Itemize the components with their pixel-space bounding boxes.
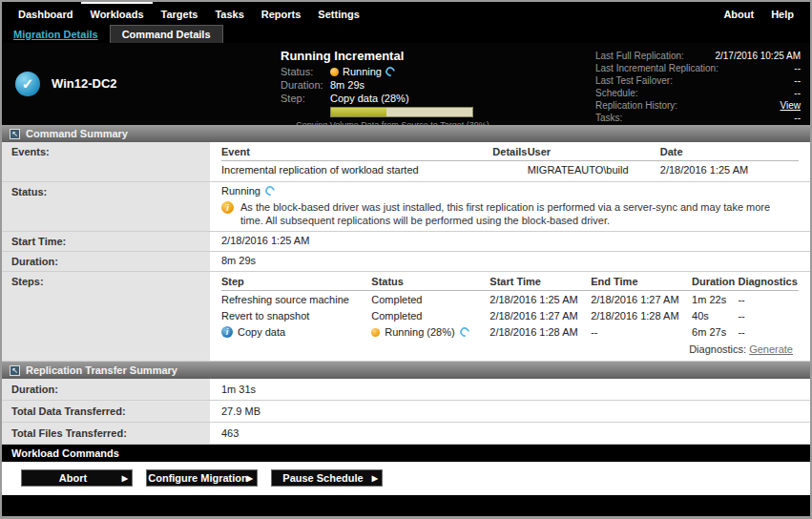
steps-col-status: Status (371, 275, 489, 291)
step-status: Running (28%) (385, 326, 454, 338)
workload-name: Win12-DC2 (52, 76, 117, 91)
steps-col-diagnostics: Diagnostics (738, 275, 799, 291)
status-running-icon (330, 68, 339, 76)
steps-table: Step Status Start Time End Time Duration… (221, 275, 799, 340)
start-time-row: Start Time: 2/18/2016 1:25 AM (2, 232, 810, 252)
configure-migration-button-label: Configure Migration (147, 472, 257, 484)
menu-arrow-icon: ▶ (372, 474, 378, 483)
workload-commands-title: Workload Commands (11, 447, 119, 459)
menu-arrow-icon: ▶ (247, 474, 253, 483)
info-icon: i (221, 326, 233, 338)
step-end: 2/18/2016 1:28 AM (591, 307, 692, 323)
summary-duration-label: Duration: (2, 252, 210, 271)
nav-help[interactable]: Help (762, 2, 802, 24)
total-files-label: Total Files Transferred: (2, 423, 210, 444)
status-running-icon (371, 328, 380, 337)
event-row: Incremental replication of workload star… (221, 161, 799, 178)
progress-fill (331, 108, 386, 116)
transfer-duration-row: Duration: 1m 31s (2, 379, 810, 401)
step-value: Copy data (28%) (330, 92, 409, 105)
step-diagnostics: -- (738, 323, 799, 340)
steps-label: Steps: (2, 272, 210, 361)
replication-history-view-link[interactable]: View (781, 99, 802, 112)
last-incremental-replication-label: Last Incremental Replication: (595, 62, 718, 74)
duration-row: Duration: 8m 29s (2, 252, 810, 272)
nav-workloads[interactable]: Workloads (81, 2, 152, 24)
step-name: Copy data (238, 326, 285, 338)
event-user: MIGRATEAUTO\build (528, 161, 660, 178)
driver-note: i As the block-based driver was just ins… (221, 200, 799, 227)
operation-title: Running Incremental (281, 49, 534, 63)
step-row: i Copy data Running (28%) 2/18/2016 1: (221, 323, 799, 340)
step-start: 2/18/2016 1:25 AM (489, 291, 591, 308)
step-diagnostics: -- (738, 307, 799, 323)
nav-reports[interactable]: Reports (253, 2, 310, 24)
schedule-label: Schedule: (595, 87, 637, 99)
step-start: 2/18/2016 1:27 AM (489, 307, 591, 323)
workload-ok-icon: ✓ (15, 72, 40, 96)
replication-info-panel: Last Full Replication: 2/17/2016 10:25 A… (595, 48, 801, 119)
command-summary-title: Command Summary (26, 128, 128, 139)
tab-migration-details[interactable]: Migration Details (13, 29, 98, 40)
total-data-label: Total Data Transferred: (2, 401, 210, 422)
nav-tasks[interactable]: Tasks (206, 2, 252, 24)
spinner-icon (263, 184, 277, 197)
top-nav-left: Dashboard Workloads Targets Tasks Report… (10, 2, 368, 24)
step-name: Refreshing source machine (221, 291, 371, 308)
transfer-summary-title: Replication Transfer Summary (26, 364, 177, 376)
step-end: 2/18/2016 1:27 AM (591, 291, 692, 308)
start-time-value: 2/18/2016 1:25 AM (210, 232, 810, 251)
last-incremental-replication-value: -- (794, 62, 801, 74)
spinner-icon (384, 65, 397, 78)
configure-migration-button[interactable]: Configure Migration ▶ (146, 469, 258, 487)
events-col-details: Details (492, 145, 527, 161)
events-row: Events: Event Details User Date Incremen… (2, 142, 810, 182)
tab-command-details[interactable]: Command Details (110, 25, 223, 43)
summary-status-value: Running (221, 185, 260, 197)
nav-settings[interactable]: Settings (309, 2, 367, 24)
replication-history-label: Replication History: (595, 99, 677, 112)
status-header: ✓ Win12-DC2 Running Incremental Status: … (2, 43, 810, 125)
event-name: Incremental replication of workload star… (221, 161, 492, 178)
steps-col-start: Start Time (489, 275, 591, 291)
collapse-section-icon[interactable]: ↖ (10, 365, 20, 376)
events-col-event: Event (221, 145, 492, 161)
status-label: Status: (281, 65, 330, 78)
step-end: -- (591, 323, 692, 340)
operation-summary: Running Incremental Status: Running Dura… (281, 48, 534, 119)
steps-col-step: Step (221, 275, 371, 291)
events-col-user: User (528, 145, 660, 161)
warning-info-icon: i (221, 201, 234, 214)
summary-duration-value: 8m 29s (210, 252, 810, 271)
command-summary-body: Events: Event Details User Date Incremen… (2, 142, 810, 362)
generate-diagnostics-link[interactable]: Generate (749, 343, 793, 355)
nav-targets[interactable]: Targets (153, 2, 207, 24)
nav-about[interactable]: About (715, 2, 762, 24)
steps-col-duration: Duration (692, 275, 738, 291)
step-row: Refreshing source machine Completed 2/18… (221, 291, 799, 308)
step-name: Revert to snapshot (221, 307, 371, 323)
events-label: Events: (2, 142, 210, 181)
last-test-failover-label: Last Test Failover: (595, 74, 673, 87)
step-status: Completed (371, 307, 489, 323)
step-start: 2/18/2016 1:28 AM (489, 323, 591, 340)
collapse-section-icon[interactable]: ↖ (10, 129, 20, 139)
status-value: Running (343, 65, 382, 78)
spinner-icon (458, 325, 471, 339)
step-duration: 6m 27s (692, 323, 738, 340)
total-data-row: Total Data Transferred: 27.9 MB (2, 401, 810, 423)
nav-dashboard[interactable]: Dashboard (10, 2, 81, 24)
step-diagnostics: -- (738, 291, 799, 308)
tab-bar: Migration Details Command Details (2, 24, 810, 43)
last-test-failover-value: -- (794, 74, 801, 87)
pause-schedule-button-label: Pause Schedule (272, 472, 382, 484)
workload-identity: ✓ Win12-DC2 (15, 48, 281, 119)
events-col-date: Date (660, 145, 799, 161)
pause-schedule-button[interactable]: Pause Schedule ▶ (271, 469, 383, 487)
last-full-replication-label: Last Full Replication: (595, 50, 684, 62)
abort-button[interactable]: Abort ▶ (21, 469, 133, 487)
last-full-replication-value: 2/17/2016 10:25 AM (715, 50, 801, 62)
steps-col-end: End Time (591, 275, 692, 291)
total-files-row: Total Files Transferred: 463 (2, 423, 810, 445)
step-duration: 1m 22s (692, 291, 738, 308)
